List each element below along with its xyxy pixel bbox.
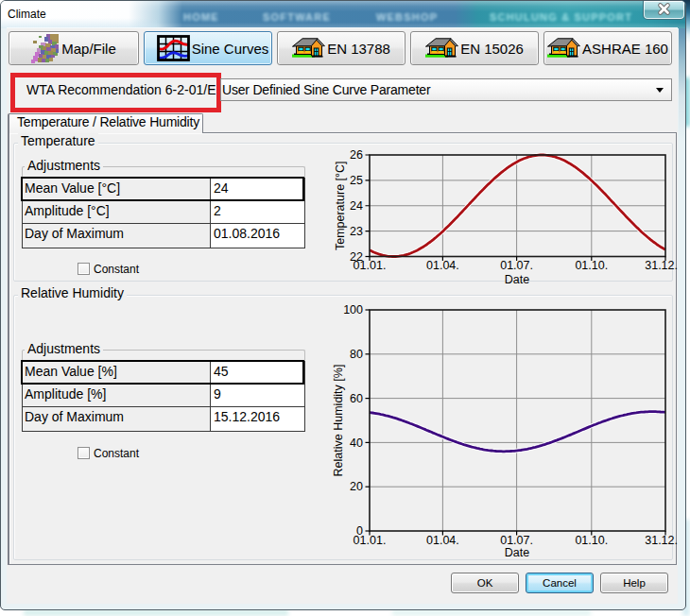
- svg-text:Date: Date: [505, 273, 529, 286]
- svg-text:25: 25: [350, 174, 363, 187]
- svg-text:24: 24: [350, 199, 363, 213]
- svg-text:Temperature [°C]: Temperature [°C]: [334, 161, 347, 250]
- svg-text:01.04.: 01.04.: [426, 534, 459, 547]
- svg-text:Relative Humidity [%]: Relative Humidity [%]: [332, 365, 345, 477]
- svg-text:01.07.: 01.07.: [500, 534, 533, 547]
- svg-text:Date: Date: [505, 546, 529, 559]
- svg-text:60: 60: [350, 392, 363, 405]
- svg-text:40: 40: [350, 436, 363, 450]
- svg-text:01.01.: 01.01.: [354, 534, 387, 547]
- svg-text:01.10.: 01.10.: [575, 259, 608, 272]
- svg-text:01.07.: 01.07.: [500, 259, 533, 272]
- svg-text:01.04.: 01.04.: [426, 259, 459, 272]
- svg-text:23: 23: [350, 225, 363, 238]
- svg-text:31.12.: 31.12.: [645, 259, 678, 272]
- svg-text:20: 20: [350, 480, 363, 493]
- svg-text:01.10.: 01.10.: [575, 534, 608, 547]
- svg-text:26: 26: [350, 148, 363, 162]
- svg-text:01.01.: 01.01.: [354, 259, 387, 272]
- svg-text:100: 100: [343, 303, 363, 317]
- svg-text:31.12.: 31.12.: [645, 534, 678, 547]
- svg-text:80: 80: [350, 348, 363, 361]
